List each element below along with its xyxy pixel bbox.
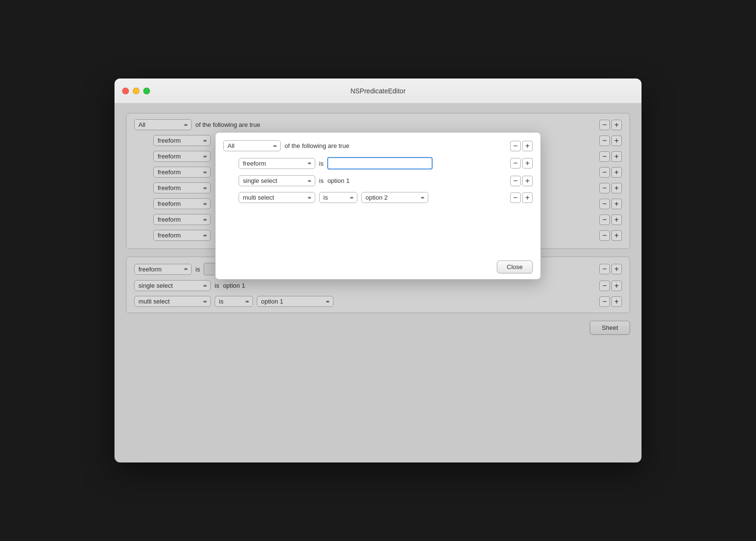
modal-multi-select-row: multi select is option 2 − + [239,192,533,203]
close-traffic-light[interactable] [122,88,129,94]
modal-single-select-row: single select is option 1 − + [239,175,533,186]
modal-single-select-minus-button[interactable]: − [510,176,521,186]
modal-top-plus-button[interactable]: + [522,141,533,151]
modal-multi-select-minus-button[interactable]: − [510,192,521,203]
modal-freeform-operator: is [319,160,323,167]
traffic-lights [122,88,150,94]
modal-multi-select-btn-pair: − + [510,192,533,203]
main-window: NSPredicateEditor All of the following a… [115,79,641,462]
modal-footer: Close [216,255,540,279]
modal-all-select[interactable]: All [223,140,281,151]
modal-freeform-select[interactable]: freeform [239,158,315,169]
maximize-traffic-light[interactable] [143,88,150,94]
modal-single-select-value: option 1 [327,177,349,184]
modal-multi-select-type-select[interactable]: multi select [239,192,315,203]
modal-empty-area [223,209,533,247]
modal-single-select-operator: is [319,177,323,184]
titlebar: NSPredicateEditor [115,79,641,103]
minimize-traffic-light[interactable] [133,88,139,94]
window-content: All of the following are true − + freefo… [115,103,641,462]
modal-freeform-minus-button[interactable]: − [510,158,521,169]
modal-freeform-plus-button[interactable]: + [522,158,533,169]
modal-multi-select-operator-select[interactable]: is [319,192,357,203]
modal-freeform-btn-pair: − + [510,158,533,169]
modal-single-select-btn-pair: − + [510,176,533,186]
window-title: NSPredicateEditor [350,87,405,95]
modal-top-row: All of the following are true − + [223,140,533,151]
modal-top-label: of the following are true [285,142,349,149]
modal-single-select-plus-button[interactable]: + [522,176,533,186]
modal-single-select-select[interactable]: single select [239,175,315,186]
modal-content: All of the following are true − + freefo… [216,133,540,255]
close-button[interactable]: Close [497,260,533,273]
modal-multi-select-plus-button[interactable]: + [522,192,533,203]
modal-freeform-row: freeform is − + [239,157,533,169]
modal-dialog: All of the following are true − + freefo… [215,132,541,280]
modal-top-btn-pair: − + [510,141,533,151]
modal-overlay: All of the following are true − + freefo… [115,103,641,462]
modal-top-minus-button[interactable]: − [510,141,521,151]
modal-freeform-input[interactable] [327,157,433,169]
modal-multi-select-value-select[interactable]: option 2 [361,192,428,203]
